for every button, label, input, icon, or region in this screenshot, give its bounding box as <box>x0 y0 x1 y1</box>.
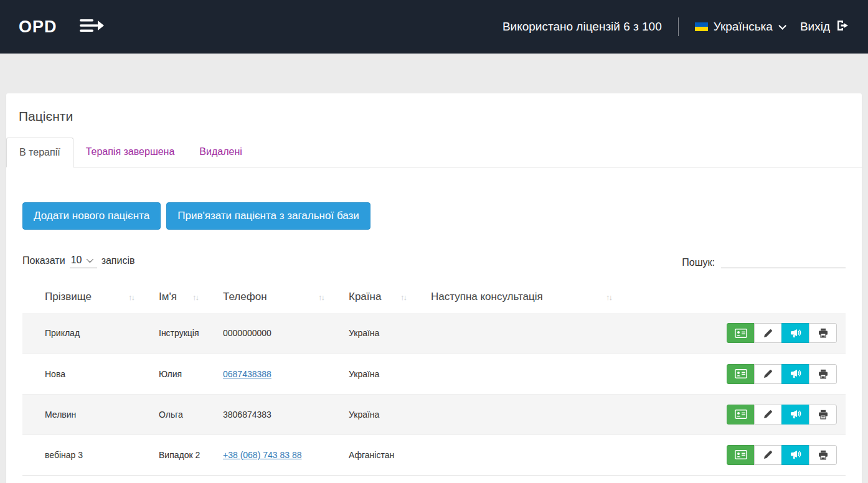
sidebar-toggle-button[interactable] <box>78 17 106 36</box>
megaphone-icon <box>790 450 801 459</box>
announcement-button[interactable] <box>781 323 809 343</box>
show-entries-suffix: записів <box>101 255 135 266</box>
patient-card-button[interactable] <box>727 445 755 465</box>
chevron-down-icon <box>778 22 786 30</box>
cell-next-consultation <box>431 313 636 354</box>
tab-therapy-finished[interactable]: Терапія завершена <box>73 138 187 167</box>
navbar-right-group: Використано ліцензій 6 з 100 Українська … <box>502 17 849 36</box>
row-actions-group <box>727 405 837 424</box>
show-entries-prefix: Показати <box>22 255 65 266</box>
top-button-row: Додати нового пацієнта Прив'язати пацієн… <box>22 167 846 230</box>
table-row: вебінар 3 Випадок 2 +38 (068) 743 83 88 … <box>22 434 846 475</box>
logout-label: Вихід <box>800 20 830 34</box>
patients-card: Пацієнти В терапії Терапія завершена Вид… <box>6 93 862 483</box>
sort-icon: ↑↓ <box>192 293 198 302</box>
print-button[interactable] <box>809 364 837 384</box>
edit-patient-button[interactable] <box>754 323 782 343</box>
table-row: Мелвин Ольга 3806874383 Україна <box>22 394 846 434</box>
id-card-icon <box>735 410 747 419</box>
pencil-icon <box>763 450 773 459</box>
tab-deleted[interactable]: Видалені <box>187 138 254 167</box>
cell-last-name: Приклад <box>22 313 159 354</box>
search-label: Пошук: <box>682 257 715 268</box>
edit-patient-button[interactable] <box>754 445 782 465</box>
announcement-button[interactable] <box>781 405 809 424</box>
entries-count-value: 10 <box>71 255 82 266</box>
table-header-row: Прізвище↑↓ Ім'я↑↓ Телефон↑↓ Країна↑↓ Нас… <box>22 282 846 313</box>
row-actions-group <box>727 445 837 465</box>
column-header-last-name[interactable]: Прізвище↑↓ <box>22 282 159 313</box>
sort-icon: ↑↓ <box>318 293 324 302</box>
cell-phone: 0687438388 <box>223 354 349 394</box>
row-actions-group <box>727 364 837 384</box>
edit-patient-button[interactable] <box>754 405 782 424</box>
cell-actions <box>636 394 846 434</box>
cell-first-name: Інструкція <box>159 313 223 354</box>
chevron-down-icon <box>87 256 93 263</box>
printer-icon <box>818 369 828 379</box>
cell-country: Афганістан <box>349 434 431 475</box>
pencil-icon <box>763 369 773 378</box>
id-card-icon <box>735 369 747 378</box>
license-usage-text: Використано ліцензій 6 з 100 <box>502 20 662 34</box>
sort-icon: ↑↓ <box>606 293 611 302</box>
edit-patient-button[interactable] <box>754 364 782 384</box>
id-card-icon <box>735 450 747 459</box>
page-title: Пацієнти <box>6 93 862 138</box>
brand-logo[interactable]: OPD <box>19 17 57 37</box>
cell-next-consultation <box>431 434 636 475</box>
cell-phone: 0000000000 <box>223 313 349 354</box>
logout-button[interactable]: Вихід <box>800 19 849 35</box>
id-card-icon <box>735 329 747 338</box>
column-header-first-name[interactable]: Ім'я↑↓ <box>159 282 223 313</box>
column-header-actions <box>636 282 846 313</box>
printer-icon <box>818 450 828 460</box>
ukraine-flag-icon <box>695 22 708 31</box>
table-row: Нова Юлия 0687438388 Україна <box>22 354 846 394</box>
sign-out-icon <box>836 19 849 35</box>
table-body: Приклад Інструкція 0000000000 Україна <box>22 313 846 475</box>
sort-icon: ↑↓ <box>128 293 134 302</box>
table-controls-row: Показати 10 записів Пошук: <box>22 253 846 268</box>
link-patient-button[interactable]: Прив'язати пацієнта з загальної бази <box>166 202 370 230</box>
entries-count-select[interactable]: 10 <box>70 253 97 268</box>
language-selector[interactable]: Українська <box>695 20 784 34</box>
cell-phone: 3806874383 <box>223 394 349 434</box>
language-label: Українська <box>714 20 773 34</box>
megaphone-icon <box>790 369 801 378</box>
cell-country: Україна <box>349 313 431 354</box>
show-entries-control: Показати 10 записів <box>22 253 135 268</box>
navbar-divider <box>678 17 679 36</box>
row-actions-group <box>727 323 837 343</box>
cell-actions <box>636 434 846 475</box>
cell-first-name: Ольга <box>159 394 223 434</box>
top-navbar: OPD Використано ліцензій 6 з 100 Українс… <box>0 0 868 54</box>
add-patient-button[interactable]: Додати нового пацієнта <box>22 202 161 230</box>
patient-card-button[interactable] <box>727 323 755 343</box>
megaphone-icon <box>790 329 801 338</box>
search-input[interactable] <box>721 253 846 268</box>
search-control: Пошук: <box>682 253 846 268</box>
cell-last-name: Нова <box>22 354 159 394</box>
cell-next-consultation <box>431 354 636 394</box>
phone-link[interactable]: 0687438388 <box>223 369 271 379</box>
printer-icon <box>818 410 828 420</box>
patient-card-button[interactable] <box>727 364 755 384</box>
announcement-button[interactable] <box>781 445 809 465</box>
tab-in-therapy[interactable]: В терапії <box>6 138 73 167</box>
column-header-country[interactable]: Країна↑↓ <box>349 282 431 313</box>
patient-card-button[interactable] <box>727 405 755 424</box>
sort-icon: ↑↓ <box>400 293 406 302</box>
print-button[interactable] <box>809 445 837 465</box>
column-header-phone[interactable]: Телефон↑↓ <box>223 282 349 313</box>
announcement-button[interactable] <box>781 364 809 384</box>
cell-last-name: Мелвин <box>22 394 159 434</box>
column-header-next-consultation[interactable]: Наступна консультація↑↓ <box>431 282 636 313</box>
print-button[interactable] <box>809 405 837 424</box>
cell-actions <box>636 313 846 354</box>
phone-link[interactable]: +38 (068) 743 83 88 <box>223 450 302 460</box>
table-row: Приклад Інструкція 0000000000 Україна <box>22 313 846 354</box>
cell-last-name: вебінар 3 <box>22 434 159 475</box>
card-body: Додати нового пацієнта Прив'язати пацієн… <box>6 167 862 483</box>
print-button[interactable] <box>809 323 837 343</box>
